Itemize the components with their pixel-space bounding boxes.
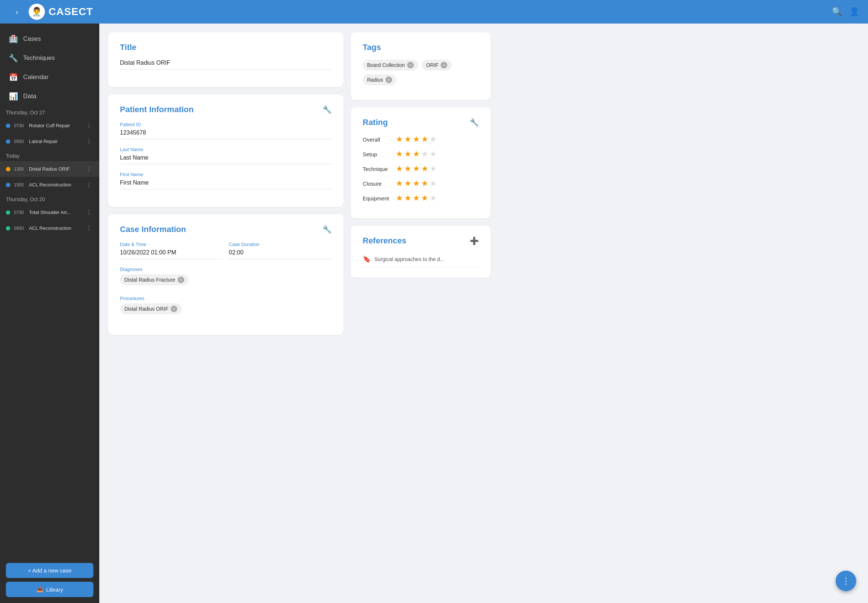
star-filled-4-1[interactable]: ★	[404, 193, 412, 203]
stars-0: ★★★★★	[396, 135, 437, 144]
tag-chip-0: Board Collection×	[363, 60, 418, 71]
patient-value-0[interactable]: 12345678	[120, 130, 332, 139]
sidebar-item-cases[interactable]: 🏥Cases	[0, 29, 99, 48]
data-nav-label: Data	[23, 93, 36, 100]
sidebar-case-0-1[interactable]: 0930Labral Repair⋮	[0, 133, 99, 149]
logo-icon: 👨‍⚕️	[29, 4, 45, 20]
fab-button[interactable]: ⋮	[836, 571, 856, 591]
case-menu-btn-0-1[interactable]: ⋮	[85, 137, 93, 145]
rating-row-4: Equipment★★★★★	[363, 193, 479, 203]
star-filled-0-3[interactable]: ★	[421, 135, 429, 144]
case-menu-btn-1-0[interactable]: ⋮	[85, 165, 93, 173]
patient-label-1: Last Name	[120, 147, 332, 152]
tag-label-0: Board Collection	[367, 62, 405, 68]
star-filled-3-0[interactable]: ★	[396, 179, 403, 188]
add-case-button[interactable]: + Add a new case	[6, 563, 93, 578]
tag-remove-0[interactable]: ×	[407, 62, 414, 68]
sidebar-item-data[interactable]: 📊Data	[0, 87, 99, 106]
star-empty-2-0[interactable]: ★	[430, 164, 437, 173]
case-info-card: Case Information 🔧 Date & Time 10/26/202…	[108, 214, 343, 335]
rating-label-0: Overall	[363, 136, 396, 143]
calendar-nav-icon: 📅	[9, 73, 18, 82]
library-button[interactable]: 📥 Library	[6, 582, 93, 597]
sidebar-case-2-1[interactable]: ✓0930ACL Reconstruction⋮	[0, 220, 99, 236]
case-info-header: Case Information 🔧	[120, 225, 332, 234]
sidebar-collapse-button[interactable]: ‹	[9, 4, 25, 20]
star-filled-2-2[interactable]: ★	[413, 164, 420, 173]
case-name-2-1: ACL Reconstruction	[29, 226, 81, 231]
rating-title: Rating	[363, 118, 388, 127]
star-filled-1-2[interactable]: ★	[413, 149, 420, 159]
tag-label-1: ORIF	[426, 62, 438, 68]
star-filled-0-1[interactable]: ★	[404, 135, 412, 144]
sidebar-section-label-2: Thursday, Oct 20	[0, 193, 99, 204]
case-menu-btn-1-1[interactable]: ⋮	[85, 181, 93, 189]
case-duration-label: Case Duration	[229, 241, 332, 247]
sidebar-case-2-0[interactable]: ✓0730Total Shoulder Art...⋮	[0, 204, 99, 220]
star-filled-0-2[interactable]: ★	[413, 135, 420, 144]
star-filled-1-0[interactable]: ★	[396, 149, 403, 159]
logo-emoji: 👨‍⚕️	[31, 7, 42, 17]
patient-value-1[interactable]: Last Name	[120, 155, 332, 164]
star-empty-0-0[interactable]: ★	[430, 135, 437, 144]
star-filled-4-2[interactable]: ★	[413, 193, 420, 203]
case-duration-value[interactable]: 02:00	[229, 249, 332, 259]
star-filled-1-1[interactable]: ★	[404, 149, 412, 159]
case-menu-btn-2-1[interactable]: ⋮	[85, 224, 93, 232]
diagnosis-chip-label-0: Distal Radius Fracture	[124, 277, 175, 283]
date-time-value[interactable]: 10/26/2022 01:00 PM	[120, 249, 223, 259]
star-empty-4-0[interactable]: ★	[430, 193, 437, 203]
reference-item-0[interactable]: 🔖Surgical approaches to the d...	[363, 252, 479, 267]
case-time-1-0: 1300	[14, 167, 24, 172]
star-filled-2-3[interactable]: ★	[421, 164, 429, 173]
star-filled-3-1[interactable]: ★	[404, 179, 412, 188]
sidebar-case-1-1[interactable]: 1500ACL Reconstruction⋮	[0, 177, 99, 193]
diagnosis-chip-remove-0[interactable]: ×	[178, 277, 184, 283]
procedures-chip-list: Distal Radius ORIF×	[120, 303, 332, 317]
cases-nav-label: Cases	[23, 35, 41, 43]
sidebar-item-techniques[interactable]: 🔧Techniques	[0, 48, 99, 68]
case-menu-btn-0-0[interactable]: ⋮	[85, 121, 93, 130]
case-name-1-1: ACL Reconstruction	[29, 182, 81, 187]
star-empty-1-0[interactable]: ★	[421, 149, 429, 159]
tag-remove-2[interactable]: ×	[385, 76, 392, 83]
star-filled-4-3[interactable]: ★	[421, 193, 429, 203]
case-menu-btn-2-0[interactable]: ⋮	[85, 208, 93, 216]
star-filled-3-3[interactable]: ★	[421, 179, 429, 188]
rating-label-2: Technique	[363, 166, 396, 172]
patient-field-2: First NameFirst Name	[120, 172, 332, 189]
star-empty-1-1[interactable]: ★	[430, 149, 437, 159]
rating-header: Rating 🔧	[363, 118, 479, 127]
star-filled-2-0[interactable]: ★	[396, 164, 403, 173]
references-add-icon[interactable]: ➕	[470, 237, 479, 245]
patient-info-edit-icon[interactable]: 🔧	[323, 105, 332, 114]
search-button[interactable]: 🔍	[832, 7, 842, 17]
main-content: Title Distal Radius ORIF Patient Informa…	[99, 23, 868, 603]
sidebar-section-label-1: Today	[0, 149, 99, 161]
case-info-edit-icon[interactable]: 🔧	[323, 225, 332, 234]
calendar-nav-label: Calendar	[23, 74, 48, 81]
star-filled-2-1[interactable]: ★	[404, 164, 412, 173]
star-filled-0-0[interactable]: ★	[396, 135, 403, 144]
stars-3: ★★★★★	[396, 179, 437, 188]
sidebar-case-0-0[interactable]: 0730Rotator Cuff Repair⋮	[0, 118, 99, 133]
case-dot-0-1	[6, 139, 10, 144]
sidebar-section-label-0: Thursday, Oct 27	[0, 106, 99, 118]
sidebar-case-1-0[interactable]: 1300Distal Radius ORIF⋮	[0, 161, 99, 177]
star-filled-4-0[interactable]: ★	[396, 193, 403, 203]
rating-label-4: Equipment	[363, 195, 396, 201]
app-title: CASECT	[48, 6, 93, 18]
star-empty-3-0[interactable]: ★	[430, 179, 437, 188]
star-filled-3-2[interactable]: ★	[413, 179, 420, 188]
rating-edit-icon[interactable]: 🔧	[470, 118, 479, 127]
procedure-chip-label-0: Distal Radius ORIF	[124, 306, 169, 312]
patient-info-card: Patient Information 🔧 Patient ID12345678…	[108, 94, 343, 207]
user-button[interactable]: 👤	[849, 7, 859, 17]
procedure-chip-remove-0[interactable]: ×	[171, 306, 177, 312]
app-body: 🏥Cases🔧Techniques📅Calendar📊Data Thursday…	[0, 23, 868, 603]
references-header: References ➕	[363, 236, 479, 246]
tag-remove-1[interactable]: ×	[441, 62, 447, 68]
title-value[interactable]: Distal Radius ORIF	[120, 60, 332, 70]
sidebar-item-calendar[interactable]: 📅Calendar	[0, 68, 99, 87]
patient-value-2[interactable]: First Name	[120, 179, 332, 189]
